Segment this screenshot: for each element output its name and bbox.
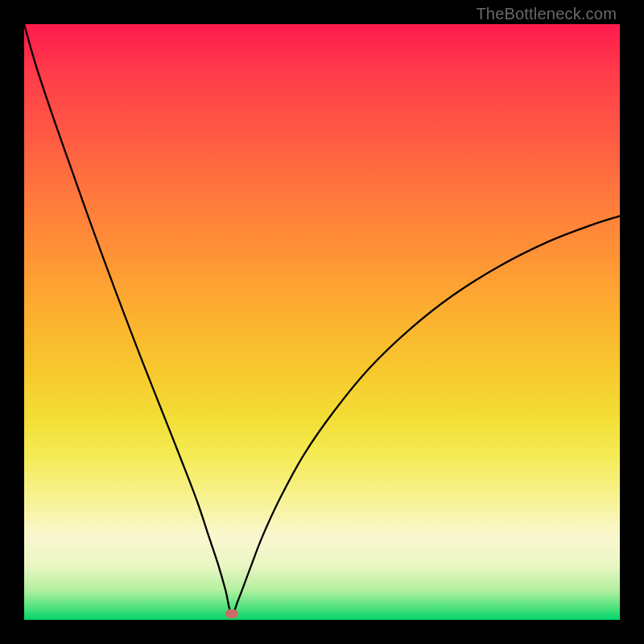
minimum-marker [225, 609, 238, 618]
bottleneck-curve [24, 24, 620, 620]
chart-frame: TheBottleneck.com [0, 0, 644, 644]
plot-area [24, 24, 620, 620]
watermark-text: TheBottleneck.com [476, 5, 617, 23]
